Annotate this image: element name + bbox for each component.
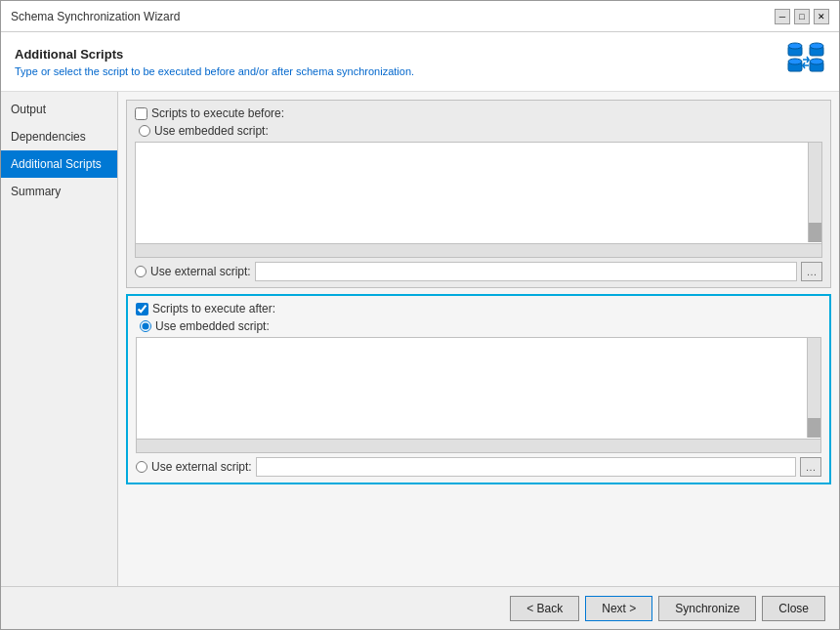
before-vscrollbar-thumb bbox=[809, 223, 821, 242]
scripts-before-section: Scripts to execute before: Use embedded … bbox=[126, 100, 831, 288]
main-body: Output Dependencies Additional Scripts S… bbox=[1, 92, 839, 586]
schema-sync-icon bbox=[786, 42, 825, 81]
before-hscrollbar[interactable] bbox=[136, 243, 821, 257]
after-external-label: Use external script: bbox=[151, 460, 252, 474]
after-embedded-textarea[interactable] bbox=[137, 338, 820, 436]
minimize-button[interactable]: ─ bbox=[775, 9, 790, 24]
main-content: Scripts to execute before: Use embedded … bbox=[118, 92, 839, 586]
after-hscrollbar[interactable] bbox=[137, 439, 820, 452]
after-browse-button[interactable]: … bbox=[800, 457, 821, 477]
window-controls: ─ □ ✕ bbox=[775, 9, 829, 24]
after-dots-icon: … bbox=[806, 461, 817, 473]
before-embedded-label: Use embedded script: bbox=[154, 124, 269, 138]
scripts-before-label: Scripts to execute before: bbox=[151, 106, 284, 120]
content-area: Additional Scripts Type or select the sc… bbox=[1, 32, 839, 629]
header-title: Additional Scripts bbox=[15, 47, 414, 62]
before-embedded-textarea[interactable] bbox=[136, 143, 821, 240]
before-external-radio[interactable] bbox=[135, 266, 147, 277]
minimize-icon: ─ bbox=[779, 12, 785, 21]
synchronize-button[interactable]: Synchronize bbox=[658, 596, 756, 621]
svg-point-5 bbox=[788, 59, 802, 64]
svg-point-3 bbox=[810, 43, 823, 49]
after-vscrollbar-thumb bbox=[808, 418, 820, 438]
back-button[interactable]: < Back bbox=[510, 596, 579, 621]
scripts-after-section: Scripts to execute after: Use embedded s… bbox=[126, 294, 831, 484]
title-bar: Schema Synchronization Wizard ─ □ ✕ bbox=[1, 1, 839, 32]
restore-icon: □ bbox=[799, 12, 804, 21]
scripts-before-checkbox[interactable] bbox=[135, 107, 147, 120]
before-external-input[interactable] bbox=[255, 262, 797, 281]
next-button[interactable]: Next > bbox=[585, 596, 652, 621]
scripts-after-label: Scripts to execute after: bbox=[152, 302, 275, 315]
sidebar-item-additional-scripts[interactable]: Additional Scripts bbox=[1, 150, 117, 178]
sidebar: Output Dependencies Additional Scripts S… bbox=[1, 92, 118, 586]
before-external-label: Use external script: bbox=[150, 265, 251, 278]
window-title: Schema Synchronization Wizard bbox=[11, 10, 180, 23]
dots-icon: … bbox=[807, 266, 818, 277]
wizard-header: Additional Scripts Type or select the sc… bbox=[1, 32, 839, 92]
header-left: Additional Scripts Type or select the sc… bbox=[15, 47, 414, 77]
after-vscrollbar[interactable] bbox=[807, 338, 820, 438]
scripts-before-header: Scripts to execute before: bbox=[135, 106, 822, 120]
after-embedded-textarea-wrapper bbox=[136, 337, 821, 453]
close-icon: ✕ bbox=[818, 12, 825, 21]
footer: < Back Next > Synchronize Close bbox=[1, 586, 839, 629]
sidebar-item-summary[interactable]: Summary bbox=[1, 178, 117, 205]
before-embedded-radio[interactable] bbox=[139, 125, 150, 137]
main-window: Schema Synchronization Wizard ─ □ ✕ Addi… bbox=[0, 0, 840, 630]
after-embedded-radio-row: Use embedded script: bbox=[140, 319, 821, 333]
after-embedded-radio[interactable] bbox=[140, 320, 151, 332]
before-browse-button[interactable]: … bbox=[801, 262, 822, 281]
before-embedded-radio-row: Use embedded script: bbox=[139, 124, 822, 138]
restore-button[interactable]: □ bbox=[794, 9, 810, 24]
svg-point-7 bbox=[810, 59, 823, 64]
schema-icon-svg bbox=[786, 42, 825, 81]
after-external-radio[interactable] bbox=[136, 461, 147, 473]
close-button-footer[interactable]: Close bbox=[762, 596, 825, 621]
after-embedded-label: Use embedded script: bbox=[155, 319, 270, 333]
after-external-row: Use external script: … bbox=[136, 457, 821, 477]
before-external-row: Use external script: … bbox=[135, 262, 822, 281]
close-button[interactable]: ✕ bbox=[814, 9, 829, 24]
svg-point-1 bbox=[788, 43, 802, 49]
sidebar-item-dependencies[interactable]: Dependencies bbox=[1, 123, 117, 150]
before-vscrollbar[interactable] bbox=[808, 143, 821, 242]
header-subtitle: Type or select the script to be executed… bbox=[15, 65, 414, 77]
sidebar-item-output[interactable]: Output bbox=[1, 96, 117, 123]
scripts-after-checkbox[interactable] bbox=[136, 303, 148, 315]
before-embedded-textarea-wrapper bbox=[135, 142, 822, 258]
scripts-after-header: Scripts to execute after: bbox=[136, 302, 821, 315]
after-external-input[interactable] bbox=[256, 457, 796, 477]
